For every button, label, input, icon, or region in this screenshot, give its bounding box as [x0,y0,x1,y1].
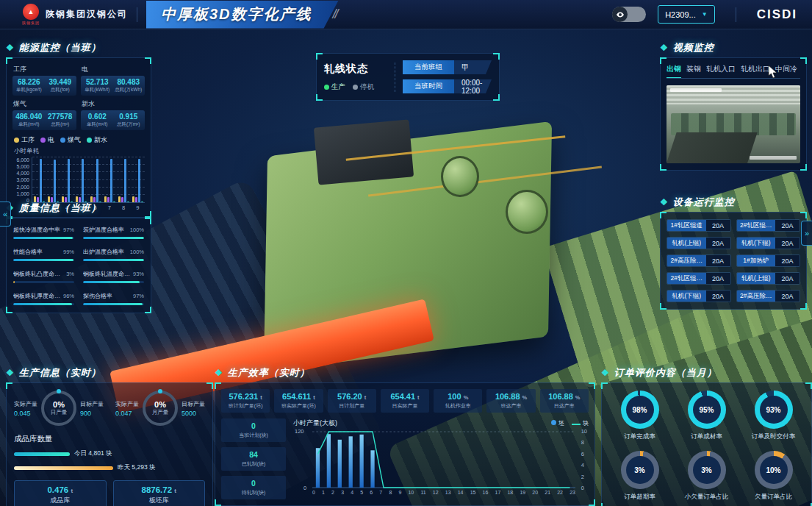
corner-decoration [800,212,807,218]
efficiency-stat: 106.88 %日达产率 [540,389,589,413]
legend-line: 块 [572,419,589,427]
camera-select-dropdown[interactable]: H2309... ▼ [658,5,715,24]
hourly-chart-xaxis: 01234567891011121314151617181920212223 [312,490,575,495]
efficiency-stat: 106.88 %班达产率 [486,389,535,413]
efficiency-side-stat: 0待轧制(块) [221,476,286,499]
order-donut: 95% 订单成材率 [688,391,726,441]
panel-orders-title: 订单评价内容（当月） [614,366,717,380]
status-row: 当前班组甲 [403,60,492,74]
corner-decoration [800,57,807,64]
inventory-stat: 8876.72 t板坯库 [113,480,206,506]
camera-select-value: H2309... [665,10,696,19]
page-title: 中厚板3D数字化产线 [146,1,339,29]
energy-chart-title: 小时单耗 [14,147,145,156]
energy-chart-yaxis: 6,0005,0004,0003,0002,0001,0000 [12,157,32,203]
right-collapse-handle[interactable]: » [801,221,812,246]
video-tab[interactable]: 中间冷 [775,64,797,74]
device-current-readout: 2#轧区辊…20A [667,272,731,285]
panel-video: ❖视频监控 出钢装钢轧机入口轧机出口中间冷电动热… [660,41,807,171]
hourly-chart-title: 小时产量(大板) [293,418,337,428]
panel-energy-title: 能源监控（当班） [19,41,101,54]
diamond-icon: ❖ [215,368,223,378]
energy-legend-item: 煤气 [60,135,81,145]
device-current-readout: 轧机(下辊)20A [736,237,801,249]
left-axis-max: 120 [295,428,304,435]
camera-feed[interactable] [667,85,800,163]
efficiency-side-stat: 84已轧制(块) [221,447,286,471]
corner-decoration [800,303,807,310]
order-donut: 10% 欠量订单占比 [755,451,793,502]
video-tab[interactable]: 出钢 [667,64,681,74]
corner-decoration [6,57,12,64]
mill-stand-top [314,119,414,185]
inventory-bar: 昨天 5,293 块 [14,463,205,472]
efficiency-stat: 100 %轧机作业率 [434,389,482,413]
corner-decoration [6,382,12,389]
corner-decoration [589,499,595,506]
device-current-readout: 轧机(上辊)20A [736,272,801,285]
corner-decoration [660,57,667,64]
panel-production: ❖生产信息（实时） 实际产量0.045 0%日产量 目标产量900 实际产量0.… [6,366,213,506]
feed-watermark-overlay [750,156,797,160]
corner-decoration [145,218,151,224]
header-divider [736,7,736,22]
corner-decoration [660,303,667,310]
quality-metric: 钢板终轧凸度命中率3% [13,270,74,283]
left-axis-min: 0 [303,485,306,491]
energy-group: 新水0.602单耗(m³/t)0.915总耗(万m³) [81,99,145,130]
corner-decoration [206,382,213,389]
corner-decoration [145,307,151,313]
corner-decoration [800,164,807,171]
company-name: 陕钢集团汉钢公司 [46,8,128,21]
device-current-readout: 1#轧区辊道20A [667,219,731,232]
eye-icon [612,7,628,22]
corner-decoration [493,53,500,60]
panel-line-status: 轧线状态 生产停机 当前班组甲当班时间00:00-12:00 [316,53,500,101]
mill-cylinder [441,156,479,197]
panel-video-title: 视频监控 [673,41,714,54]
corner-decoration [805,382,812,389]
legend-bars: 坯 [551,419,564,427]
device-current-readout: 轧机(上辊)20A [667,237,731,249]
company-logo: ▲ 陕钢集团 [22,4,40,25]
corner-decoration [601,503,608,506]
order-donut: 3% 小欠量订单占比 [685,451,729,502]
status-legend-item: 停机 [353,82,374,92]
diamond-icon: ❖ [6,368,15,378]
efficiency-stat: 654.41 t日实际产量 [381,389,429,413]
energy-group: 工序68.226单耗(kgce/t)39.449总耗(tce) [12,64,76,96]
video-tab[interactable]: 轧机入口 [706,64,736,74]
corner-decoration [805,503,812,506]
corner-decoration [215,382,221,389]
diamond-icon: ❖ [660,43,669,53]
panel-quality-title: 质量信息（当班） [19,202,101,215]
video-tab[interactable]: 装钢 [686,64,701,74]
device-current-readout: 2#高压除…20A [736,290,801,302]
hourly-output-chart: 小时产量(大板) 坯块 120 0 1086420 01234567891011… [293,418,589,499]
corner-decoration [145,57,151,64]
production-gauge: 实际产量0.045 0%日产量 目标产量900 [14,391,104,426]
visibility-toggle[interactable] [612,7,646,22]
quality-metric: 探伤合格率97% [83,292,144,305]
production-gauge: 实际产量0.047 0%月产量 目标产量5000 [115,391,205,426]
company-logo-icon: ▲ [23,4,39,20]
corner-decoration [215,499,221,506]
efficiency-side-stat: 0当班计划(块) [221,418,286,442]
status-legend-item: 生产 [324,82,345,92]
company-logo-caption: 陕钢集团 [22,21,40,25]
top-header: ▲ 陕钢集团 陕钢集团汉钢公司 中厚板3D数字化产线 // H2309... ▼… [0,0,812,29]
panel-quality: ❖质量信息（当班） 超快冷温度命中率97% 装炉温度合格率100% 性能合格率9… [6,202,151,313]
video-tab[interactable]: 轧机出口 [741,64,770,74]
inventory-stat: 0.476 t成品库 [14,480,107,506]
cisdi-logo: CISDI [757,7,797,22]
ring-gauge: 0%月产量 [143,391,178,426]
energy-group: 煤气486.040单耗(m³/t)277578总耗(m³) [12,99,76,130]
corner-decoration [316,94,323,101]
status-divider [395,63,395,92]
corner-decoration [660,164,667,171]
device-current-readout: 1#加热炉20A [736,254,801,267]
energy-legend-item: 新水 [87,135,107,145]
left-collapse-handle[interactable]: « [0,202,11,227]
header-divider [137,7,137,22]
device-current-readout: 轧机(下辊)20A [667,290,731,302]
